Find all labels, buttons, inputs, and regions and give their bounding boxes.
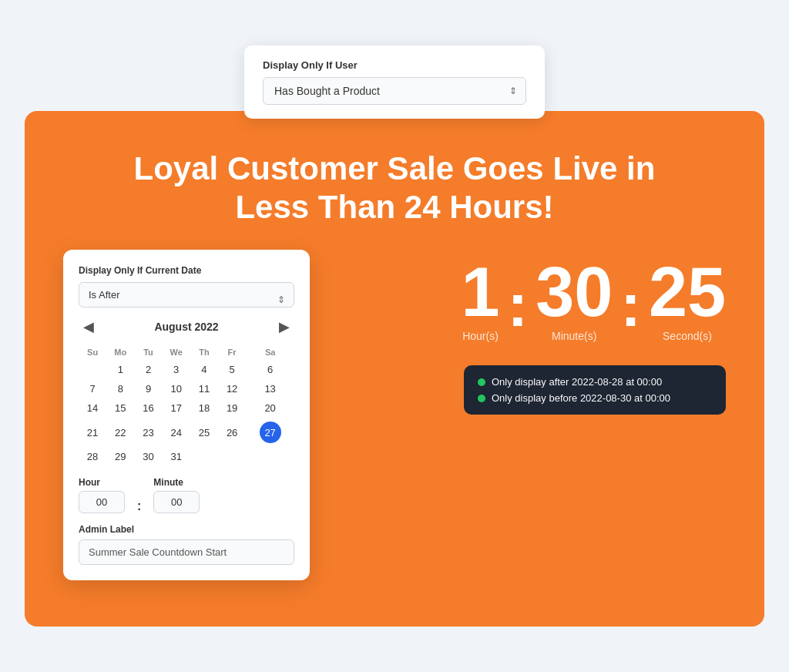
user-condition-select[interactable]: Has Bought a Product Has Not Bought a Pr…: [263, 77, 526, 105]
admin-label-input[interactable]: [79, 539, 294, 565]
info-text-2: Only display before 2022-08-30 at 00:00: [492, 392, 670, 404]
calendar-day[interactable]: 17: [163, 398, 190, 418]
orange-banner: Loyal Customer Sale Goes Live in Less Th…: [25, 111, 764, 627]
calendar-day[interactable]: 21: [79, 418, 106, 447]
next-month-button[interactable]: ▶: [274, 317, 294, 337]
day-header-sa: Sa: [246, 344, 294, 360]
info-line-1: Only display after 2022-08-28 at 00:00: [478, 376, 712, 388]
top-card: Display Only If User Has Bought a Produc…: [244, 45, 545, 119]
calendar-day[interactable]: 11: [190, 379, 218, 398]
dot-1: [478, 378, 485, 386]
calendar-day[interactable]: 20: [246, 398, 294, 418]
calendar-day[interactable]: 5: [218, 360, 246, 379]
calendar-condition-select[interactable]: Is After Is Before Is Equal To: [79, 282, 294, 307]
day-header-fr: Fr: [218, 344, 246, 360]
calendar-day: [79, 360, 106, 379]
calendar-day[interactable]: 8: [106, 379, 134, 398]
calendar-day[interactable]: 26: [218, 418, 246, 447]
calendar-day[interactable]: 31: [163, 447, 190, 466]
partial-unit: 1 Hour(s): [461, 257, 499, 342]
calendar-day[interactable]: 9: [134, 379, 162, 398]
calendar-day[interactable]: 12: [218, 379, 246, 398]
hour-input[interactable]: [79, 491, 125, 513]
day-header-tu: Tu: [134, 344, 162, 360]
calendar-day: [218, 447, 246, 466]
calendar-day[interactable]: 6: [246, 360, 294, 379]
info-tooltip: Only display after 2022-08-28 at 00:00 O…: [464, 365, 726, 415]
calendar-day[interactable]: 30: [134, 447, 162, 466]
calendar-day[interactable]: 28: [79, 447, 106, 466]
calendar-condition-select-wrapper: Is After Is Before Is Equal To: [79, 282, 294, 317]
calendar-day[interactable]: 24: [163, 418, 190, 447]
calendar-day[interactable]: 2: [134, 360, 162, 379]
calendar-day[interactable]: 10: [163, 379, 190, 398]
minutes-label: Minute(s): [552, 330, 596, 342]
day-header-su: Su: [79, 344, 106, 360]
minute-group: Minute: [153, 477, 200, 513]
calendar-day[interactable]: 18: [190, 398, 218, 418]
calendar-day[interactable]: 7: [79, 379, 106, 398]
day-header-mo: Mo: [106, 344, 134, 360]
minutes-unit: 30 Minute(s): [536, 257, 613, 342]
hour-group: Hour: [79, 477, 125, 513]
hours-label: Hour(s): [462, 330, 499, 342]
calendar-day[interactable]: 13: [246, 379, 294, 398]
calendar-day[interactable]: 27: [246, 418, 294, 447]
calendar-day[interactable]: 25: [190, 418, 218, 447]
sep2: :: [620, 274, 641, 342]
banner-title: Loyal Customer Sale Goes Live in Less Th…: [63, 150, 726, 227]
calendar-day: [246, 447, 294, 466]
minute-input[interactable]: [153, 491, 200, 513]
calendar-day[interactable]: 19: [218, 398, 246, 418]
countdown-timer: 1 Hour(s) : 30 Minute(s) : 25 Second(s): [461, 257, 726, 342]
seconds-label: Second(s): [663, 330, 712, 342]
calendar-day[interactable]: 14: [79, 398, 106, 418]
calendar-month-year: August 2022: [154, 321, 218, 333]
banner-bottom: Display Only If Current Date Is After Is…: [63, 250, 726, 580]
info-line-2: Only display before 2022-08-30 at 00:00: [478, 392, 712, 404]
calendar-day[interactable]: 1: [106, 360, 134, 379]
info-text-1: Only display after 2022-08-28 at 00:00: [492, 376, 662, 388]
sep1: :: [508, 274, 529, 342]
calendar-grid: Su Mo Tu We Th Fr Sa 1234567891011121314…: [79, 344, 294, 466]
calendar-day[interactable]: 29: [106, 447, 134, 466]
calendar-nav: ◀ August 2022 ▶: [79, 317, 294, 337]
calendar-day[interactable]: 16: [134, 398, 162, 418]
day-header-we: We: [163, 344, 190, 360]
prev-month-button[interactable]: ◀: [79, 317, 99, 337]
calendar-day[interactable]: 3: [163, 360, 190, 379]
calendar-day[interactable]: 4: [190, 360, 218, 379]
partial-number: 1: [461, 257, 499, 327]
seconds-number: 25: [649, 257, 726, 327]
calendar-day: [190, 447, 218, 466]
minutes-number: 30: [536, 257, 613, 327]
admin-label-section: Admin Label: [79, 524, 294, 565]
calendar-condition-label: Display Only If Current Date: [79, 265, 294, 276]
dot-2: [478, 395, 485, 402]
calendar-day[interactable]: 23: [134, 418, 162, 447]
calendar-day[interactable]: 15: [106, 398, 134, 418]
top-card-label: Display Only If User: [263, 59, 526, 71]
time-separator: :: [137, 499, 141, 513]
page-wrapper: Display Only If User Has Bought a Produc…: [25, 45, 764, 627]
seconds-unit: 25 Second(s): [649, 257, 726, 342]
minute-inputs: [153, 491, 200, 513]
time-row: Hour : Minute: [79, 477, 294, 513]
day-header-th: Th: [190, 344, 218, 360]
admin-label-title: Admin Label: [79, 524, 294, 535]
calendar-card: Display Only If Current Date Is After Is…: [63, 250, 310, 580]
hour-label: Hour: [79, 477, 125, 488]
minute-label: Minute: [153, 477, 200, 488]
countdown-area: 1 Hour(s) : 30 Minute(s) : 25 Second(s): [325, 250, 726, 415]
hour-inputs: [79, 491, 125, 513]
user-condition-select-wrapper: Has Bought a Product Has Not Bought a Pr…: [263, 77, 526, 105]
calendar-day[interactable]: 22: [106, 418, 134, 447]
